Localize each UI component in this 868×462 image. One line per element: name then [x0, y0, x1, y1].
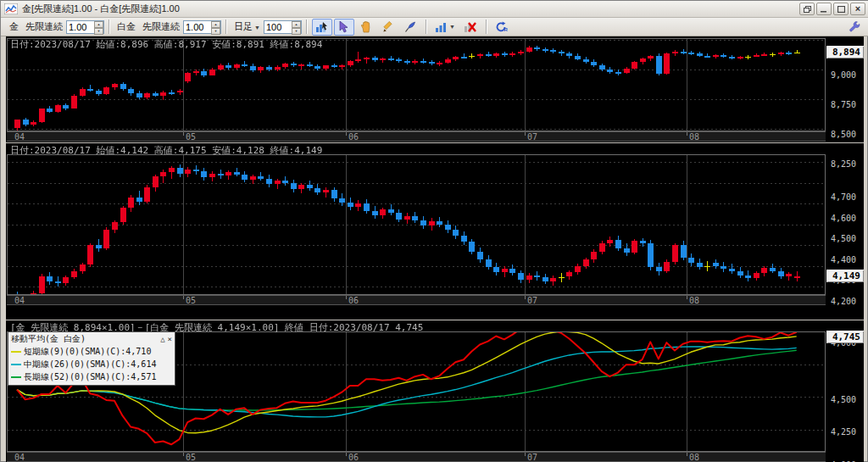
month-tick	[183, 296, 184, 299]
spread-x-axis: 0405060708	[7, 452, 826, 462]
platinum-chart-canvas[interactable]	[8, 155, 825, 294]
annotation-pen-tool-button[interactable]	[400, 19, 420, 36]
month-tick	[525, 132, 526, 136]
minimize-button[interactable]	[816, 3, 832, 15]
platinum-factor-up-button[interactable]: ▲	[211, 21, 220, 28]
y-axis-tick: 8,750	[831, 100, 856, 109]
x-axis-label: 05	[186, 453, 196, 462]
y-axis-tick: 4,600	[831, 214, 856, 223]
select-arrow-icon	[338, 21, 349, 33]
y-axis-tick: 8,500	[831, 130, 856, 139]
gold-panel	[7, 38, 826, 131]
month-tick	[346, 296, 347, 299]
x-axis-label: 08	[689, 296, 699, 305]
y-axis-tick: 4,500	[831, 395, 856, 404]
bar-count-up-button[interactable]: ▲	[292, 21, 301, 28]
chart-cursor-icon	[315, 21, 329, 33]
x-axis-label: 04	[14, 453, 25, 462]
spread-value-badge: 4,745	[826, 331, 864, 343]
y-axis-tick: 4,250	[831, 427, 856, 437]
gold-price-badge: 8,894	[826, 46, 864, 58]
x-axis-label: 06	[348, 132, 359, 142]
chevron-down-icon: ▼	[449, 24, 455, 30]
window-title: 金[先限連続]1.00 - 白金[先限連続]1.00	[22, 3, 180, 15]
x-axis-label: 08	[689, 132, 699, 142]
pencil-icon	[382, 21, 394, 33]
delete-chart-icon	[464, 21, 477, 33]
pan-tool-button[interactable]	[356, 19, 376, 36]
y-axis-tick: 4,700	[831, 192, 856, 202]
y-axis-tick: 4,400	[831, 255, 856, 264]
title-bar[interactable]: 金[先限連続]1.00 - 白金[先限連続]1.00 ×	[1, 1, 868, 18]
platinum-factor-input[interactable]	[184, 21, 211, 33]
platinum-factor-down-button[interactable]: ▼	[211, 28, 220, 35]
month-tick	[346, 132, 347, 136]
platinum-panel	[7, 154, 826, 295]
platinum-x-axis: 0405060708	[7, 295, 826, 305]
gold-symbol-label: 金	[9, 20, 19, 33]
svg-text:R: R	[504, 27, 509, 32]
close-button[interactable]: ×	[850, 3, 865, 15]
month-tick	[687, 132, 687, 136]
settings-button[interactable]	[845, 19, 864, 36]
toolbar-separator	[486, 19, 487, 34]
platinum-ohlc-info: 日付:2023/08/17 始値:4,142 高値:4,175 安値:4,128…	[10, 144, 322, 157]
x-axis-label: 07	[527, 296, 537, 305]
chart-type-button[interactable]: ▼	[431, 19, 459, 36]
y-axis-tick: 8,250	[831, 159, 856, 169]
bar-count-spinner: ▲▼	[264, 20, 302, 34]
chevron-down-icon: ▼	[254, 25, 260, 31]
x-axis-label: 04	[14, 296, 25, 305]
period-select[interactable]: 日足▼	[234, 20, 260, 33]
bar-chart-icon	[435, 21, 448, 33]
wrench-icon	[849, 21, 860, 33]
select-tool-button[interactable]	[334, 19, 354, 36]
x-axis-label: 04	[14, 132, 25, 142]
chart-area: 日付:2023/08/17 始値:8,896 高値:8,917 安値:8,891…	[6, 36, 864, 462]
legend-item-long: 長期線(52)(0)(SMA)(C):4,571	[11, 371, 172, 383]
draw-line-tool-button[interactable]	[378, 19, 398, 36]
platinum-series-label: 先限連続	[142, 20, 180, 33]
gold-chart-canvas[interactable]	[8, 39, 825, 131]
bar-count-down-button[interactable]: ▼	[292, 28, 301, 35]
month-tick	[687, 296, 687, 299]
platinum-symbol-label: 白金	[117, 20, 136, 33]
x-axis-label: 05	[186, 132, 196, 142]
month-tick	[687, 453, 687, 456]
panel-divider[interactable]	[6, 320, 864, 320]
short-ma-swatch	[11, 351, 21, 353]
remove-indicator-button[interactable]	[460, 19, 481, 36]
toolbar-separator	[426, 19, 426, 34]
legend-title: 移動平均(金 白金)	[11, 333, 158, 345]
x-axis-label: 07	[527, 132, 537, 142]
moving-average-legend: 移動平均(金 白金) △ × 短期線(9)(0)(SMA)(C):4,710 中…	[8, 331, 175, 386]
y-axis-tick: 9,000	[831, 70, 856, 80]
legend-minimize-button[interactable]: △	[160, 335, 164, 343]
toolbar: 金 先限連続 ▲▼ 白金 先限連続 ▲▼ 日足▼ ▲▼	[1, 18, 868, 36]
legend-item-short: 短期線(9)(0)(SMA)(C):4,710	[11, 346, 172, 358]
gold-series-label: 先限連続	[25, 20, 63, 33]
gold-factor-down-button[interactable]: ▼	[94, 28, 103, 35]
restore-window-button[interactable]	[799, 3, 815, 15]
month-tick	[183, 132, 184, 136]
app-chart-icon	[4, 3, 18, 14]
x-axis-label: 06	[348, 453, 359, 462]
legend-item-mid: 中期線(26)(0)(SMA)(C):4,614	[11, 359, 172, 370]
gold-factor-up-button[interactable]: ▲	[94, 21, 103, 28]
x-axis-label: 08	[689, 453, 699, 462]
y-axis-tick: 4,500	[831, 234, 856, 243]
x-axis-label: 07	[527, 453, 537, 462]
month-tick	[183, 453, 184, 456]
panel-divider[interactable]	[6, 142, 864, 143]
month-tick	[525, 296, 526, 299]
long-ma-swatch	[11, 376, 21, 378]
legend-close-button[interactable]: ×	[168, 335, 172, 343]
maximize-button[interactable]	[833, 3, 849, 15]
fountain-pen-icon	[404, 21, 416, 33]
refresh-button[interactable]: R	[492, 19, 512, 36]
chart-cursor-tool-button[interactable]	[312, 19, 332, 36]
gold-factor-input[interactable]	[67, 21, 94, 33]
month-tick	[525, 453, 526, 456]
month-tick	[346, 453, 347, 456]
bar-count-input[interactable]	[264, 21, 292, 33]
